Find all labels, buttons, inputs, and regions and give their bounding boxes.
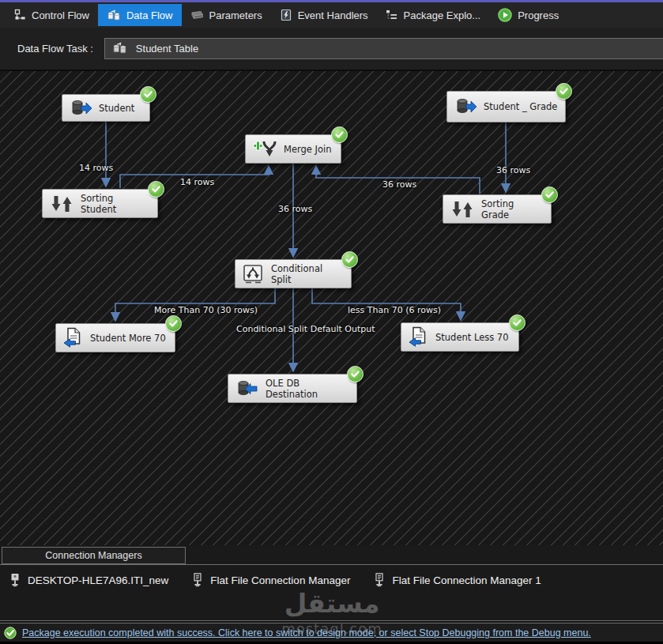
tab-label: Parameters	[209, 9, 262, 21]
connection-managers-tab[interactable]: Connection Managers	[2, 547, 186, 564]
tab-control-flow[interactable]: Control Flow	[5, 4, 98, 26]
data-flow-task-label: Data Flow Task :	[17, 43, 93, 55]
tab-label: Control Flow	[32, 9, 89, 21]
connection-manager-item[interactable]: DESKTOP-HLE7A96.ITI_new	[9, 573, 168, 588]
node-student-less-70[interactable]: Student Less 70	[401, 322, 519, 352]
success-check-badge	[331, 126, 348, 143]
node-label: Student	[99, 103, 134, 114]
tab-parameters[interactable]: Parameters	[182, 4, 271, 26]
tab-label: Data Flow	[126, 9, 173, 21]
node-label: Merge Join	[284, 144, 331, 155]
success-check-badge	[341, 251, 358, 268]
node-label: OLE DB Destination	[266, 378, 349, 400]
edge-output-label: More Than 70 (30 rows)	[154, 305, 258, 315]
package-explorer-icon	[386, 9, 398, 21]
success-check-badge	[509, 314, 526, 331]
data-flow-task-icon	[112, 41, 127, 57]
ole-db-destination-icon	[235, 380, 258, 397]
edge-row-count-label: 14 rows	[79, 163, 113, 173]
connection-managers-panel: Connection Managers DESKTOP-HLE7A96.ITI_…	[0, 545, 663, 621]
flat-file-destination-icon	[63, 327, 83, 348]
node-merge-join[interactable]: Merge Join	[245, 134, 341, 164]
data-flow-task-row: Data Flow Task : Student Table	[0, 28, 663, 70]
data-flow-task-value: Student Table	[136, 43, 198, 55]
connection-manager-label: Flat File Connection Manager	[210, 574, 350, 586]
edge-row-count-label: 14 rows	[180, 177, 214, 187]
execution-status-bar: Package execution completed with success…	[0, 623, 663, 642]
database-connection-icon	[9, 573, 21, 588]
success-check-badge	[541, 186, 558, 203]
node-conditional-split[interactable]: Conditional Split	[235, 259, 352, 288]
sort-icon	[450, 200, 474, 219]
flat-file-connection-icon	[374, 573, 385, 588]
connection-manager-label: DESKTOP-HLE7A96.ITI_new	[28, 574, 168, 586]
connection-manager-item[interactable]: Flat File Connection Manager	[192, 573, 350, 588]
connection-managers-list: DESKTOP-HLE7A96.ITI_new Flat File Connec…	[0, 565, 663, 588]
node-ole-db-destination[interactable]: OLE DB Destination	[228, 374, 357, 403]
data-flow-canvas[interactable]: 14 rows 14 rows 36 rows 36 rows 36 rows …	[0, 70, 663, 545]
tab-label: Package Explo...	[404, 9, 481, 21]
node-sorting-student[interactable]: Sorting Student	[42, 189, 158, 218]
connection-manager-item[interactable]: Flat File Connection Manager 1	[374, 573, 541, 588]
tab-label: Event Handlers	[298, 9, 368, 21]
ssis-designer-window: Control Flow Data Flow	[0, 0, 663, 644]
control-flow-icon	[13, 9, 26, 21]
flat-file-connection-icon	[192, 573, 203, 588]
parameters-icon	[190, 9, 204, 21]
data-flow-task-dropdown[interactable]: Student Table	[104, 38, 663, 59]
edge-output-label: Conditional Split Default Output	[236, 324, 375, 334]
edge-row-count-label: 36 rows	[382, 179, 416, 190]
ole-db-source-icon	[454, 98, 477, 115]
tab-label: Progress	[518, 9, 559, 21]
node-label: Student More 70	[90, 333, 166, 344]
edge-output-label: less Than 70 (6 rows)	[348, 305, 441, 315]
execution-status-link[interactable]: Package execution completed with success…	[22, 627, 591, 638]
node-student-grade[interactable]: Student _ Grade	[446, 91, 566, 122]
progress-play-icon	[498, 8, 512, 22]
flat-file-destination-icon	[409, 326, 428, 348]
node-student[interactable]: Student	[62, 94, 150, 122]
node-label: Conditional Split	[271, 263, 344, 285]
ole-db-source-icon	[70, 100, 92, 117]
node-sorting-grade[interactable]: Sorting Grade	[443, 194, 552, 224]
success-check-badge	[556, 83, 572, 100]
node-label: Sorting Grade	[481, 198, 544, 220]
success-check-icon	[4, 627, 17, 639]
success-check-badge	[165, 315, 182, 332]
success-check-badge	[148, 181, 164, 198]
event-handlers-icon	[280, 9, 292, 21]
edge-row-count-label: 36 rows	[278, 204, 312, 214]
edge-row-count-label: 36 rows	[496, 165, 530, 175]
tab-data-flow[interactable]: Data Flow	[98, 4, 182, 26]
tab-event-handlers[interactable]: Event Handlers	[271, 4, 377, 26]
sort-icon	[50, 194, 73, 213]
merge-join-icon	[253, 139, 277, 159]
designer-tab-bar: Control Flow Data Flow	[0, 0, 663, 28]
success-check-badge	[347, 366, 364, 382]
edge-conditional-split-to-student-more-70[interactable]	[115, 288, 275, 320]
node-label: Student _ Grade	[484, 101, 557, 112]
data-flow-icon	[107, 9, 121, 21]
node-student-more-70[interactable]: Student More 70	[55, 323, 175, 352]
tab-package-explorer[interactable]: Package Explo...	[377, 4, 490, 26]
node-label: Student Less 70	[435, 332, 508, 343]
conditional-split-icon	[243, 264, 264, 284]
connection-managers-tab-strip: Connection Managers	[0, 545, 663, 565]
success-check-badge	[140, 86, 156, 103]
connection-manager-label: Flat File Connection Manager 1	[392, 574, 541, 586]
tab-progress[interactable]: Progress	[489, 3, 567, 27]
node-label: Sorting Student	[81, 193, 150, 215]
